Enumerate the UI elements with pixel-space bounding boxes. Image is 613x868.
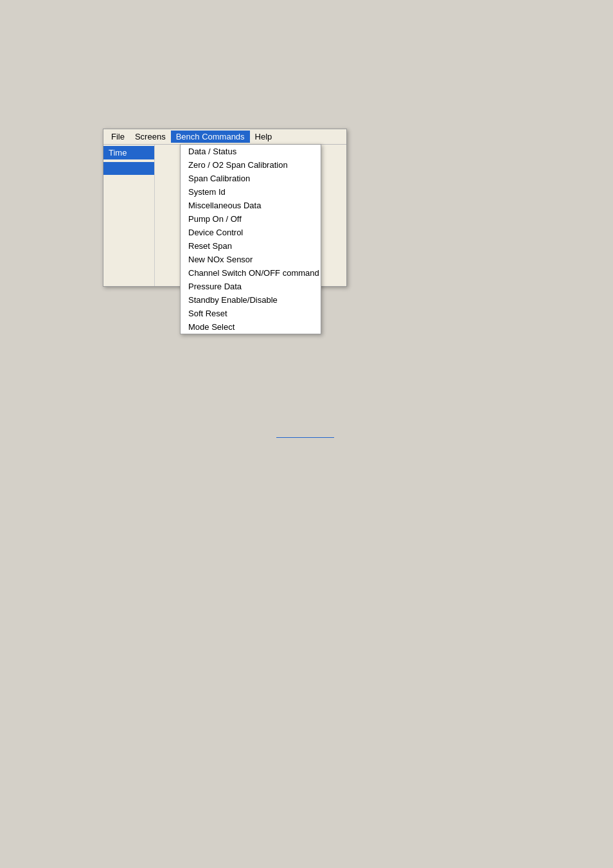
dropdown-item-standby-enable[interactable]: Standby Enable/Disable: [181, 293, 321, 307]
dropdown-item-soft-reset[interactable]: Soft Reset: [181, 307, 321, 320]
menu-help[interactable]: Help: [250, 131, 278, 143]
dropdown-item-span-calibration[interactable]: Span Calibration: [181, 172, 321, 185]
sidebar-item-time[interactable]: Time: [103, 146, 154, 159]
dropdown-item-zero-o2-span[interactable]: Zero / O2 Span Calibration: [181, 158, 321, 172]
dropdown-item-new-nox-sensor[interactable]: New NOx Sensor: [181, 253, 321, 266]
underline-decoration: [276, 437, 334, 438]
menu-bar: File Screens Bench Commands Help: [103, 129, 346, 145]
sidebar: Time: [103, 145, 155, 286]
dropdown-item-data-status[interactable]: Data / Status: [181, 145, 321, 158]
menu-bench-commands[interactable]: Bench Commands: [171, 131, 250, 143]
dropdown-item-misc-data[interactable]: Miscellaneous Data: [181, 199, 321, 212]
dropdown-item-system-id[interactable]: System Id: [181, 185, 321, 199]
dropdown-item-reset-span[interactable]: Reset Span: [181, 239, 321, 253]
dropdown-item-channel-switch[interactable]: Channel Switch ON/OFF command: [181, 266, 321, 280]
dropdown-item-pressure-data[interactable]: Pressure Data: [181, 280, 321, 293]
dropdown-item-mode-select[interactable]: Mode Select: [181, 320, 321, 334]
menu-screens[interactable]: Screens: [130, 131, 171, 143]
dropdown-item-pump-on-off[interactable]: Pump On / Off: [181, 212, 321, 226]
dropdown-item-device-control[interactable]: Device Control: [181, 226, 321, 239]
menu-file[interactable]: File: [106, 131, 130, 143]
bench-commands-dropdown: Data / Status Zero / O2 Span Calibration…: [180, 144, 321, 334]
